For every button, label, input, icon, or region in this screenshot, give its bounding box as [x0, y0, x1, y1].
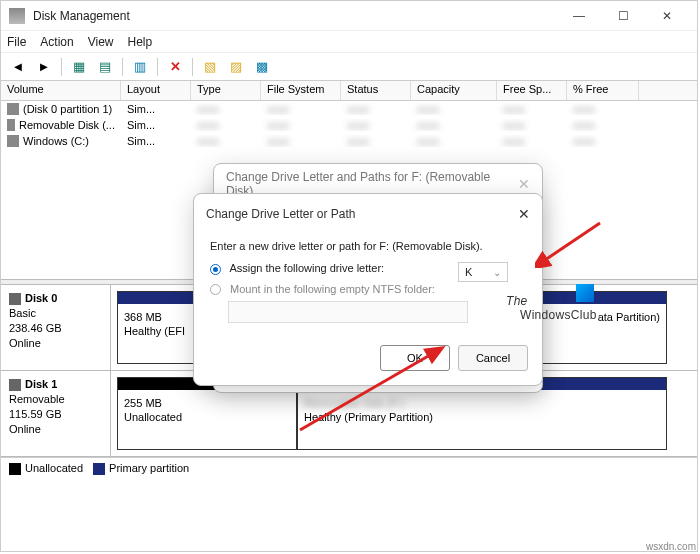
- app-icon: [9, 8, 25, 24]
- titlebar: Disk Management — ☐ ✕: [1, 1, 697, 31]
- legend-item: Unallocated: [9, 462, 83, 475]
- watermark-text: The WindowsClub: [506, 294, 597, 322]
- column-header[interactable]: Capacity: [411, 81, 497, 100]
- close-icon[interactable]: ✕: [518, 206, 530, 222]
- view-list-icon[interactable]: ▦: [68, 57, 90, 77]
- ok-button[interactable]: OK: [380, 345, 450, 371]
- menu-help[interactable]: Help: [128, 35, 153, 49]
- disk-icon: [9, 293, 21, 305]
- minimize-button[interactable]: —: [557, 2, 601, 30]
- volume-list[interactable]: (Disk 0 partition 1)Sim...xxxxxxxxxxxxxx…: [1, 101, 697, 149]
- radio-assign-label: Assign the following drive letter:: [229, 262, 384, 274]
- menu-view[interactable]: View: [88, 35, 114, 49]
- mount-folder-input: [228, 301, 468, 323]
- volume-list-header: VolumeLayoutTypeFile SystemStatusCapacit…: [1, 81, 697, 101]
- volume-icon: [7, 135, 19, 147]
- help-icon[interactable]: ▩: [251, 57, 273, 77]
- format-icon[interactable]: ▧: [199, 57, 221, 77]
- legend-item: Primary partition: [93, 462, 189, 475]
- disk-info: Disk 1Removable115.59 GBOnline: [1, 371, 111, 456]
- column-header[interactable]: File System: [261, 81, 341, 100]
- close-icon[interactable]: ✕: [518, 176, 530, 192]
- column-header[interactable]: Layout: [121, 81, 191, 100]
- close-button[interactable]: ✕: [645, 2, 689, 30]
- column-header[interactable]: Free Sp...: [497, 81, 567, 100]
- window-title: Disk Management: [33, 9, 557, 23]
- volume-icon: [7, 103, 19, 115]
- refresh-icon[interactable]: ▤: [94, 57, 116, 77]
- new-volume-icon[interactable]: ▨: [225, 57, 247, 77]
- drive-letter-select[interactable]: K: [458, 262, 508, 282]
- legend: UnallocatedPrimary partition: [1, 457, 697, 479]
- properties-icon[interactable]: ▥: [129, 57, 151, 77]
- radio-assign-letter[interactable]: [210, 264, 221, 275]
- dialog-prompt: Enter a new drive letter or path for F: …: [210, 240, 526, 252]
- column-header[interactable]: Type: [191, 81, 261, 100]
- disk-info: Disk 0Basic238.46 GBOnline: [1, 285, 111, 370]
- disk-icon: [9, 379, 21, 391]
- credit-text: wsxdn.com: [646, 541, 696, 552]
- volume-icon: [7, 119, 15, 131]
- volume-row[interactable]: (Disk 0 partition 1)Sim...xxxxxxxxxxxxxx…: [1, 101, 697, 117]
- toolbar: ◄ ► ▦ ▤ ▥ ✕ ▧ ▨ ▩: [1, 53, 697, 81]
- dialog-title: Change Drive Letter or Path ✕: [194, 194, 542, 234]
- change-drive-letter-dialog: Change Drive Letter or Path ✕ Enter a ne…: [193, 193, 543, 386]
- volume-row[interactable]: Removable Disk (...Sim...xxxxxxxxxxxxxxx…: [1, 117, 697, 133]
- menu-file[interactable]: File: [7, 35, 26, 49]
- column-header[interactable]: Status: [341, 81, 411, 100]
- radio-mount-folder[interactable]: [210, 284, 221, 295]
- nav-forward-icon[interactable]: ►: [33, 57, 55, 77]
- delete-icon[interactable]: ✕: [164, 57, 186, 77]
- radio-mount-label: Mount in the following empty NTFS folder…: [230, 283, 435, 295]
- dialog-title-text: Change Drive Letter or Path: [206, 207, 355, 221]
- menu-action[interactable]: Action: [40, 35, 73, 49]
- maximize-button[interactable]: ☐: [601, 2, 645, 30]
- cancel-button[interactable]: Cancel: [458, 345, 528, 371]
- column-header[interactable]: Volume: [1, 81, 121, 100]
- volume-row[interactable]: Windows (C:)Sim...xxxxxxxxxxxxxxxxxxxxxx…: [1, 133, 697, 149]
- nav-back-icon[interactable]: ◄: [7, 57, 29, 77]
- column-header[interactable]: % Free: [567, 81, 639, 100]
- menubar: File Action View Help: [1, 31, 697, 53]
